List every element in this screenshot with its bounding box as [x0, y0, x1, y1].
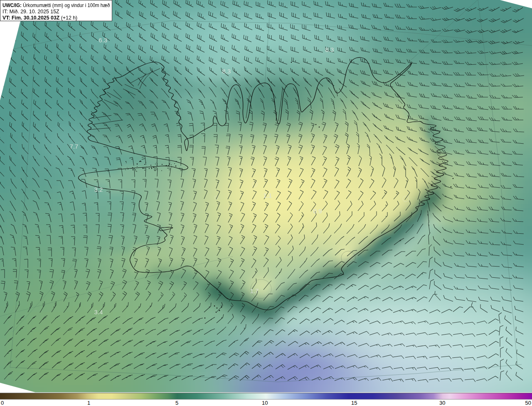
- svg-text:1.7: 1.7: [250, 287, 259, 294]
- svg-text:0: 0: [1, 400, 4, 406]
- svg-text:10: 10: [262, 400, 268, 406]
- svg-text:8.3: 8.3: [222, 68, 231, 75]
- svg-text:7.7: 7.7: [70, 143, 79, 150]
- svg-text:8.3: 8.3: [325, 46, 334, 53]
- svg-text:30: 30: [439, 400, 445, 406]
- svg-text:1: 1: [87, 400, 90, 406]
- svg-text:0.9: 0.9: [313, 208, 322, 215]
- svg-text:5: 5: [175, 400, 178, 406]
- svg-text:15: 15: [351, 400, 357, 406]
- svg-text:3.4: 3.4: [94, 308, 103, 316]
- svg-text:50: 50: [525, 400, 531, 406]
- svg-text:3.2: 3.2: [94, 186, 103, 193]
- svg-text:1.1: 1.1: [264, 192, 272, 199]
- svg-text:6.3: 6.3: [99, 37, 108, 44]
